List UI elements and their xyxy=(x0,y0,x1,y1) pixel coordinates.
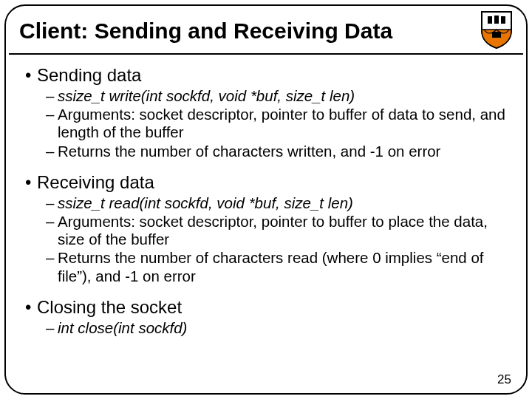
signature-text: int close(int sockfd) xyxy=(58,319,507,337)
svg-rect-2 xyxy=(494,16,499,24)
heading-sending: Sending data xyxy=(37,65,141,86)
bullet-closing: • Closing the socket xyxy=(25,297,507,318)
dash-icon: – xyxy=(46,143,58,160)
svg-rect-3 xyxy=(501,16,505,24)
signature-text: ssize_t read(int sockfd, void *buf, size… xyxy=(58,194,507,212)
returns-text: Returns the number of characters written… xyxy=(58,143,507,160)
dash-icon: – xyxy=(46,194,58,212)
page-number: 25 xyxy=(497,372,511,387)
bullet-sending: • Sending data xyxy=(25,65,507,86)
sub-sending: – ssize_t write(int sockfd, void *buf, s… xyxy=(46,87,507,160)
signature-text: ssize_t write(int sockfd, void *buf, siz… xyxy=(58,87,507,105)
bullet-dot-icon: • xyxy=(25,172,37,193)
slide-content: • Sending data – ssize_t write(int sockf… xyxy=(25,61,507,372)
princeton-shield-icon xyxy=(474,7,519,50)
heading-receiving: Receiving data xyxy=(37,172,154,193)
list-item: – int close(int sockfd) xyxy=(46,319,507,337)
svg-rect-0 xyxy=(492,32,501,38)
bullet-dot-icon: • xyxy=(25,65,37,86)
arguments-text: Arguments: socket descriptor, pointer to… xyxy=(58,213,507,248)
arguments-text: Arguments: socket descriptor, pointer to… xyxy=(58,106,507,141)
returns-text: Returns the number of characters read (w… xyxy=(58,249,507,284)
dash-icon: – xyxy=(46,106,58,141)
list-item: – ssize_t write(int sockfd, void *buf, s… xyxy=(46,87,507,105)
bullet-dot-icon: • xyxy=(25,297,37,318)
heading-closing: Closing the socket xyxy=(37,297,182,318)
list-item: – Arguments: socket descriptor, pointer … xyxy=(46,106,507,141)
dash-icon: – xyxy=(46,249,58,284)
dash-icon: – xyxy=(46,319,58,337)
dash-icon: – xyxy=(46,213,58,248)
list-item: – Returns the number of characters read … xyxy=(46,249,507,284)
slide-frame: Client: Sending and Receiving Data • Sen… xyxy=(4,4,528,395)
sub-receiving: – ssize_t read(int sockfd, void *buf, si… xyxy=(46,194,507,285)
title-bar: Client: Sending and Receiving Data xyxy=(9,9,523,55)
bullet-receiving: • Receiving data xyxy=(25,172,507,193)
dash-icon: – xyxy=(46,87,58,105)
slide-title: Client: Sending and Receiving Data xyxy=(19,18,392,44)
list-item: – Arguments: socket descriptor, pointer … xyxy=(46,213,507,248)
svg-rect-1 xyxy=(488,16,492,24)
list-item: – ssize_t read(int sockfd, void *buf, si… xyxy=(46,194,507,212)
sub-closing: – int close(int sockfd) xyxy=(46,319,507,337)
list-item: – Returns the number of characters writt… xyxy=(46,143,507,160)
